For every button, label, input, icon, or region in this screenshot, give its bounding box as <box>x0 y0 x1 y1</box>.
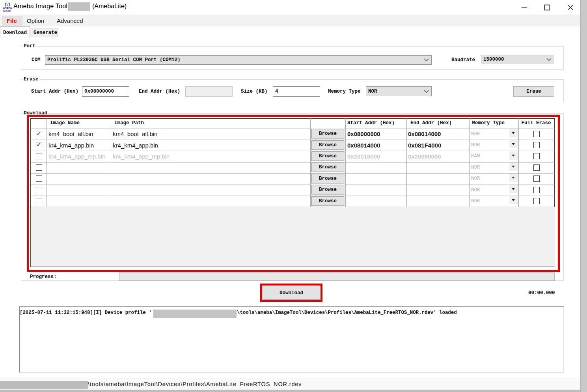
svg-text:IMAGE: IMAGE <box>3 9 11 12</box>
